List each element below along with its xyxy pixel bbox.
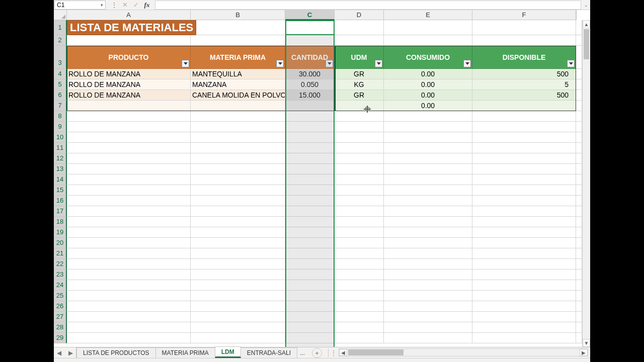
cell[interactable] <box>285 238 335 248</box>
cell-udm[interactable] <box>335 101 384 111</box>
cell[interactable] <box>576 79 582 90</box>
cell[interactable] <box>384 259 472 269</box>
cell[interactable] <box>191 217 285 227</box>
tab-lista-productos[interactable]: LISTA DE PRODUCTOS <box>76 347 156 358</box>
header-consumido[interactable]: CONSUMIDO <box>384 46 472 69</box>
cell[interactable] <box>285 291 335 301</box>
cell[interactable] <box>472 132 576 143</box>
cell-producto[interactable]: ROLLO DE MANZANA <box>67 79 191 90</box>
colhead-c[interactable]: C <box>285 10 335 20</box>
colhead-f[interactable]: F <box>472 10 576 20</box>
cell[interactable] <box>472 238 576 248</box>
cell[interactable] <box>285 185 335 196</box>
cell[interactable] <box>191 143 285 153</box>
cell[interactable] <box>335 248 384 259</box>
cell[interactable] <box>67 248 191 259</box>
cell[interactable] <box>67 217 191 227</box>
cell[interactable] <box>191 259 285 269</box>
cell[interactable] <box>191 206 285 217</box>
cell[interactable] <box>472 280 576 291</box>
cell[interactable] <box>67 143 191 153</box>
rowhead[interactable]: 10 <box>54 132 67 143</box>
cell[interactable] <box>67 153 191 164</box>
cell[interactable] <box>335 217 384 227</box>
cell[interactable] <box>384 196 472 206</box>
cell[interactable] <box>191 322 285 333</box>
tab-materia-prima[interactable]: MATERIA PRIMA <box>155 347 215 358</box>
cell[interactable] <box>576 164 582 174</box>
cell[interactable] <box>191 238 285 248</box>
cell[interactable] <box>576 143 582 153</box>
cell[interactable] <box>335 164 384 174</box>
cell[interactable] <box>285 206 335 217</box>
header-producto[interactable]: PRODUCTO <box>67 46 191 69</box>
cell[interactable] <box>384 301 472 312</box>
cell[interactable] <box>335 143 384 153</box>
cell-cantidad[interactable]: 30.000 <box>285 69 335 79</box>
cell[interactable] <box>191 248 285 259</box>
rowhead[interactable]: 15 <box>54 185 67 196</box>
cell[interactable] <box>472 206 576 217</box>
cell[interactable] <box>384 143 472 153</box>
cell[interactable] <box>472 185 576 196</box>
cell[interactable] <box>472 301 576 312</box>
cell[interactable] <box>67 122 191 132</box>
cell[interactable] <box>191 164 285 174</box>
rowhead[interactable]: 8 <box>54 111 67 122</box>
header-udm[interactable]: UDM <box>335 46 384 69</box>
cell[interactable] <box>335 111 384 122</box>
cell[interactable] <box>285 153 335 164</box>
cell[interactable] <box>335 238 384 248</box>
cell-consumido[interactable]: 0.00 <box>384 90 472 101</box>
tab-ldm[interactable]: LDM <box>215 346 241 358</box>
cell-materia[interactable]: CANELA MOLIDA EN POLVO <box>191 90 285 101</box>
cell[interactable] <box>67 291 191 301</box>
cell-udm[interactable]: GR <box>335 69 384 79</box>
cell[interactable] <box>335 185 384 196</box>
cell[interactable] <box>335 280 384 291</box>
cell[interactable] <box>576 35 582 46</box>
cell[interactable] <box>335 196 384 206</box>
cell[interactable] <box>191 174 285 185</box>
cell[interactable] <box>384 291 472 301</box>
scroll-right-icon[interactable]: ▶ <box>580 349 588 356</box>
cell[interactable] <box>472 227 576 238</box>
formula-expand-icon[interactable]: ⌄ <box>582 3 590 8</box>
cell[interactable] <box>576 312 582 322</box>
cell[interactable] <box>472 143 576 153</box>
cell[interactable] <box>384 35 472 46</box>
cell[interactable] <box>472 20 576 35</box>
cell-consumido[interactable]: 0.00 <box>384 69 472 79</box>
filter-icon[interactable] <box>375 60 382 67</box>
rowhead[interactable]: 14 <box>54 174 67 185</box>
cell[interactable] <box>384 206 472 217</box>
cell[interactable] <box>285 259 335 269</box>
cell[interactable] <box>576 196 582 206</box>
cell[interactable] <box>576 46 582 69</box>
cell[interactable] <box>384 269 472 280</box>
cell[interactable] <box>191 227 285 238</box>
cell[interactable] <box>384 280 472 291</box>
cell[interactable] <box>191 185 285 196</box>
vertical-scrollbar[interactable]: ▲ ▼ <box>582 20 590 347</box>
cell[interactable] <box>285 217 335 227</box>
cell[interactable] <box>67 238 191 248</box>
cell[interactable] <box>384 164 472 174</box>
cell-materia[interactable]: MANZANA <box>191 79 285 90</box>
cell[interactable] <box>335 227 384 238</box>
cell[interactable] <box>335 312 384 322</box>
cell-producto[interactable]: ROLLO DE MANZANA <box>67 69 191 79</box>
formula-input[interactable] <box>155 1 581 10</box>
cell-producto[interactable] <box>67 101 191 111</box>
cell[interactable] <box>384 153 472 164</box>
cell[interactable] <box>472 196 576 206</box>
cell-materia[interactable] <box>191 101 285 111</box>
cell[interactable] <box>576 206 582 217</box>
cell[interactable] <box>285 122 335 132</box>
cell[interactable] <box>67 111 191 122</box>
cell[interactable] <box>576 20 582 35</box>
rowhead[interactable]: 4 <box>54 69 67 79</box>
rowhead[interactable]: 2 <box>54 35 67 46</box>
cell[interactable] <box>576 269 582 280</box>
cell[interactable] <box>576 90 582 101</box>
